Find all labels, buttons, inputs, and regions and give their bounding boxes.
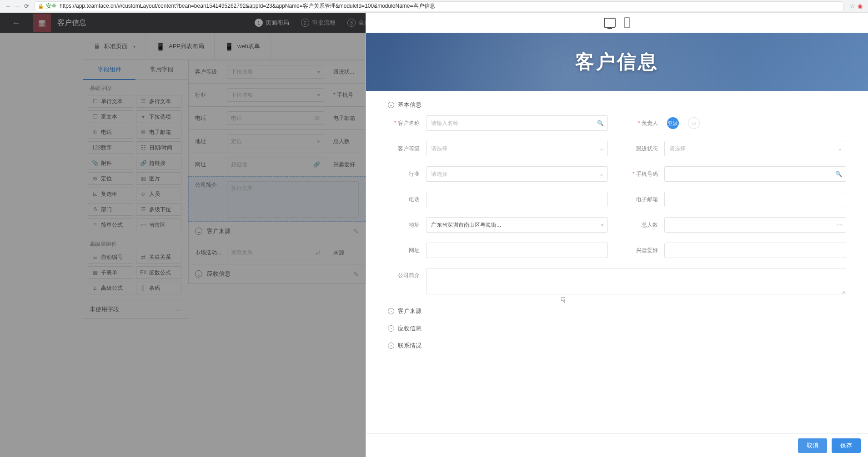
url-text: https://app.teamface.cn/#/customLayout/c… [60,2,435,10]
device-mobile-icon[interactable] [624,17,630,28]
field-chip[interactable]: ▾下拉选项 [136,110,181,123]
field-chip[interactable]: ☺人员 [136,188,181,200]
level-select[interactable]: 请选择⌄ [426,141,608,156]
field-chip[interactable]: ☰多级下拉 [136,203,181,216]
nav-back-icon[interactable]: ← [4,3,13,10]
drawer-section-toggle[interactable]: ›客户来源 [388,303,846,320]
field-chip[interactable]: ☷日期/时间 [136,141,181,154]
url-input[interactable] [426,243,608,258]
form-layout-preview: 客户等级下拉选项▾跟进状...行业下拉选项▾* 手机号电话电话☏电子邮箱地址定位… [188,60,366,284]
field-chip[interactable]: ║条码 [136,282,181,294]
url-bar[interactable]: 🔒 安全 https://app.teamface.cn/#/customLay… [35,1,843,11]
phone-input[interactable] [426,192,608,207]
section-basic-info[interactable]: ⌄ 基本信息 [388,96,846,114]
drawer-footer: 取消 保存 [366,433,868,457]
field-chip[interactable]: ❐富文本 [88,110,133,123]
chevron-right-icon: › [388,325,394,332]
field-label: 电话 [195,114,222,122]
drawer-section-toggle[interactable]: ›应收信息 [388,320,846,337]
builder-field-row-selected[interactable]: 公司简介多行文本 [188,176,366,222]
layout-tab[interactable]: 📱web表单 [215,33,271,60]
field-chip[interactable]: 🔗超链接 [136,157,181,169]
field-type-icon: ☰ [140,98,146,104]
field-chip[interactable]: ☰多行文本 [136,95,181,108]
layout-tab[interactable]: 📱APP列表布局 [146,33,215,60]
chevron-down-icon: ⌄ [599,171,604,177]
bookmark-star-icon[interactable]: ☆ [850,3,855,10]
field-chip[interactable]: FX函数公式 [136,266,181,279]
hobby-input[interactable] [664,243,846,258]
field-chip[interactable]: ≡简单公式 [88,219,133,231]
owner-avatar[interactable]: 亚波 [667,117,679,129]
back-button[interactable]: ← [0,18,33,28]
field-chip[interactable]: ⇄关联关系 [136,251,181,263]
address-input[interactable]: 广东省深圳市南山区粤海街...⌖ [426,217,608,233]
field-chip[interactable]: ☑复选框 [88,188,133,200]
wizard-step[interactable]: 1页面布局 [255,19,289,27]
builder-field-row[interactable]: 电话电话☏电子邮箱 [188,107,366,130]
field-chip[interactable]: 123数字 [88,141,133,154]
builder-section-header[interactable]: ⌄应收信息✎ [188,264,366,284]
tab-label: APP列表布局 [169,42,204,50]
builder-section-header[interactable]: ⌄客户来源✎ [188,222,366,241]
industry-select[interactable]: 请选择⌄ [426,166,608,182]
field-type-icon: ⌖ [317,138,320,144]
field-type-icon: ▭ [140,222,146,228]
chevron-down-icon: ⌄ [195,270,202,278]
field-hobby: 兴趣爱好 [626,243,846,258]
field-chip[interactable]: ☐单行文本 [88,95,133,108]
field-placeholder-box: 电话☏ [227,111,324,125]
field-chip[interactable]: ♁部门 [88,203,133,216]
field-chip[interactable]: ▦子表单 [88,266,133,279]
field-chip-label: 子表单 [101,269,117,277]
unused-fields-toggle[interactable]: 未使用字段 ︿ [83,300,188,319]
wizard-step[interactable]: 2审批流程 [301,19,336,27]
field-placeholder-box: 超链接🔗 [227,158,324,171]
nav-forward-icon[interactable]: → [13,3,22,10]
field-type-icon: ▦ [140,175,146,182]
builder-field-row[interactable]: 地址定位⌖总人数 [188,130,366,153]
section-label: 客户来源 [207,227,231,235]
builder-field-row[interactable]: 网址超链接🔗兴趣爱好 [188,153,366,176]
field-chip[interactable]: ✉电子邮箱 [136,126,181,139]
add-user-icon[interactable]: ☺ [688,117,700,129]
field-type-icon: ▾ [317,69,320,75]
field-chip[interactable]: ▦图片 [136,172,181,185]
customer-name-input[interactable]: 请输入名称 🔍 [426,115,608,131]
search-icon[interactable]: 🔍 [597,120,604,126]
palette-tab[interactable]: 常用字段 [135,60,188,80]
field-chip[interactable]: ⊚定位 [88,172,133,185]
cancel-button[interactable]: 取消 [798,438,827,453]
device-desktop-icon[interactable] [604,18,616,28]
edit-icon[interactable]: ✎ [353,228,359,235]
layout-tab[interactable]: 🖥标准页面▾ [83,33,146,60]
field-chip-label: 附件 [101,159,112,167]
headcount-input[interactable]: ▭ [664,217,846,233]
field-chip[interactable]: ▭省市区 [136,219,181,231]
drawer-section-toggle[interactable]: ›联系情况 [388,337,846,354]
palette-tab[interactable]: 字段组件 [83,60,135,80]
step-number-icon: 2 [301,19,309,27]
nav-reload-icon[interactable]: ⟳ [22,3,31,10]
status-select[interactable]: 请选择⌄ [664,141,846,156]
field-chip-label: 省市区 [149,221,166,229]
builder-field-row[interactable]: 客户等级下拉选项▾跟进状... [188,60,366,84]
mobile-input[interactable]: 🔍 [664,166,846,182]
save-button[interactable]: 保存 [832,438,861,453]
field-type-icon: ❐ [92,114,98,120]
builder-field-row[interactable]: 市场活动...关联关系⇄来源 [188,241,366,264]
field-chip-label: 关联关系 [149,253,171,261]
field-chip[interactable]: Σ高级公式 [88,282,133,294]
field-chip[interactable]: 📎附件 [88,157,133,169]
cursor-icon: ☟ [561,295,566,305]
email-input[interactable] [664,192,846,207]
extension-icon[interactable]: ◉ [855,3,864,10]
field-chip-label: 人员 [149,190,160,198]
field-chip[interactable]: ≣自动编号 [88,251,133,263]
description-textarea[interactable] [426,268,846,294]
builder-field-row[interactable]: 行业下拉选项▾* 手机号 [188,84,366,107]
edit-icon[interactable]: ✎ [353,270,359,278]
unused-label: 未使用字段 [90,305,119,313]
tab-label: 标准页面 [104,42,128,50]
field-chip[interactable]: ✆电话 [88,126,133,139]
